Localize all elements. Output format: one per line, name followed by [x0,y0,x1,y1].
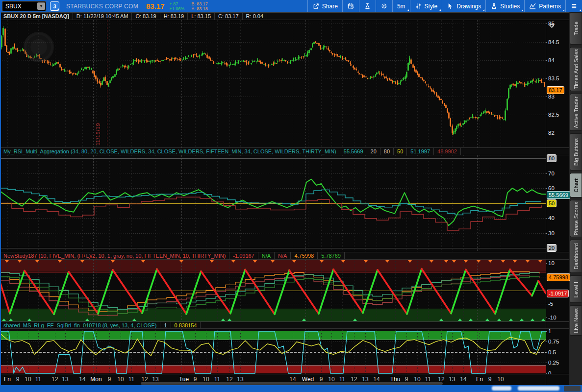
sidebar-tab-dashboard[interactable]: Dashboard [570,240,582,273]
symbol-input[interactable]: SBUX ▼ [2,1,46,11]
dropdown-caret [439,9,441,11]
sidebar-tab-live-news[interactable]: Live News [570,305,582,336]
newstudy-header: NewStudy187 (10, FIVE_MIN, (H+L)/2, 10, … [0,252,569,260]
sidebar-tab-label: Level II [573,280,579,297]
dropdown-caret [482,9,484,11]
time-label-hour: 11 [214,376,220,383]
rsi-tick: 40 [548,215,555,221]
sidebar-tab-label: Times And Sales [573,49,579,89]
studies-label: Studies [500,3,520,10]
sidebar-tab-label: Phase Scores [573,202,579,235]
change-percent: +1.06% [170,6,185,11]
price-tick: 85 [548,21,555,26]
resize-corner[interactable] [564,386,581,392]
shared-study-tick: 0.75 [548,339,559,344]
time-label-day: Fri [476,376,483,383]
time-label-day: Fri [4,376,11,383]
menu-button[interactable] [565,0,582,12]
study-value: 4.75998 [291,252,318,259]
sidebar-tab-trade[interactable]: Trade [570,12,582,45]
price-tick: 84 [548,57,555,63]
time-label-hour: 13 [362,376,368,383]
sidebar-tab-chart[interactable]: Chart [570,173,582,197]
time-label-hour: 10 [328,376,334,383]
time-label-hour: 13 [62,376,68,383]
symbol-dropdown-caret[interactable]: ▼ [37,2,45,10]
dropdown-caret [521,9,523,11]
shared-study-canvas[interactable] [0,329,546,374]
rsi-study-header: My_RSI_Multi_Aggregation (34, 80, 20, CL… [0,147,569,155]
studies-button[interactable]: Studies [485,0,524,12]
link-badge[interactable]: 3 [50,1,59,11]
symbol-watermark-logo [24,32,54,62]
price-tick: 83 [548,94,555,99]
timeframe-button[interactable]: 5m [392,0,410,12]
cursor-icon [447,2,454,10]
flask-icon [490,2,498,10]
patterns-icon [529,2,536,10]
time-label-hour: 12 [351,376,357,383]
time-label-hour: 12 [141,376,148,383]
sidebar-tab-label: Live News [573,308,579,333]
time-label-hour: 9 [16,376,20,383]
time-label-day: Thu [390,376,401,383]
time-label-hour: 9 [108,376,111,383]
sidebar-tab-label: Big Buttons [573,138,579,166]
time-label-hour: 12 [226,376,232,383]
newstudy-title[interactable]: NewStudy187 (10, FIVE_MIN, (H+L)/2, 10, … [0,252,229,259]
settings-button[interactable] [376,0,392,12]
dropdown-caret [407,9,409,11]
gear-icon [380,2,388,10]
quick-study-button[interactable] [359,0,376,12]
symbol-group: SBUX ▼ 3 STARBUCKS CORP COM 83.17 +.87 +… [0,0,208,12]
shared-study-title[interactable]: shared_MS_RLg_FE_SglBrl_fin_010718 (8, y… [0,322,160,328]
sidebar-tab-big-buttons[interactable]: Big Buttons [570,133,582,171]
newstudy-badge: -1.0917 [547,290,569,297]
study-value: 55.5669 [340,148,367,155]
shared-study-axis: 10.750.50.250 [546,329,569,374]
axis-separator [546,20,546,385]
time-label-hour: 14 [289,376,296,383]
time-axis: Fri91011121314Mon910111213Tue91011121314… [0,374,569,386]
sidebar-tab-active-trader[interactable]: Active Trader [570,94,582,131]
newstudy-canvas[interactable] [0,260,546,321]
dropdown-caret [562,9,564,11]
time-label-hour: 9 [320,376,323,383]
rsi-study-canvas[interactable] [0,155,546,252]
price-chart-canvas[interactable] [0,20,546,147]
style-button[interactable]: Style [410,0,442,12]
flask-icon [364,2,371,10]
time-label-hour: 12 [438,376,444,383]
shared-study-tick: 0.5 [548,349,556,355]
sidebar-tab-level-ii[interactable]: Level II [570,275,582,303]
calendar-icon [347,2,354,10]
rsi-tick: 70 [548,171,555,176]
price-tick: 82.5 [548,112,559,118]
chart-header-row: SBUX 20 D 5m [NASDAQ] D: 11/22/19 10:45 … [0,12,569,20]
sidebar-tab-phase-scores[interactable]: Phase Scores [570,200,582,237]
patterns-button[interactable]: Patterns [524,0,565,12]
share-button[interactable]: Share [307,0,342,12]
sidebar-tab-times-and-sales[interactable]: Times And Sales [570,47,582,91]
time-label-hour: 9 [194,376,197,383]
rsi-study-title[interactable]: My_RSI_Multi_Aggregation (34, 80, 20, CL… [0,148,340,155]
price-tick: 82 [548,130,555,136]
right-sidebar-tabs: TradeTimes And SalesActive TraderBig But… [569,12,582,385]
study-value: -1.09167 [229,252,258,259]
calendar-button[interactable] [342,0,359,12]
study-value: N/A [258,252,275,259]
rsi-badge: 50 [547,199,557,207]
study-value: 48.9902 [434,148,461,155]
menu-icon [570,2,578,10]
study-value: 0.838154 [171,322,201,328]
study-value: N/A [275,252,291,259]
watermark-blur [492,386,511,391]
drawings-button[interactable]: Drawings [442,0,485,12]
shared-study-tick: 1 [548,328,551,334]
newstudy-badge: 4.75998 [547,273,570,281]
change-group: +.87 +1.06% [170,1,185,11]
rsi-badge: 55.5669 [547,191,570,199]
newstudy-tick: 10 [548,260,555,266]
time-label-hour: 10 [414,376,420,383]
share-icon [312,2,320,10]
